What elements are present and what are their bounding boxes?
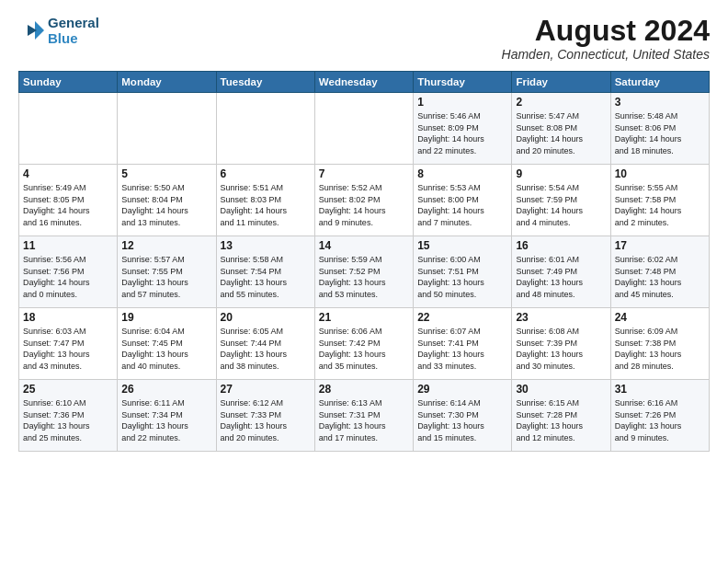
- day-number: 22: [417, 311, 507, 324]
- calendar-cell: 27Sunrise: 6:12 AMSunset: 7:33 PMDayligh…: [216, 380, 314, 452]
- cell-content: Sunrise: 6:15 AMSunset: 7:28 PMDaylight:…: [516, 397, 606, 443]
- day-number: 15: [417, 239, 507, 252]
- cell-content: Sunrise: 6:05 AMSunset: 7:44 PMDaylight:…: [221, 326, 311, 372]
- calendar-week-row: 4Sunrise: 5:49 AMSunset: 8:05 PMDaylight…: [19, 165, 710, 236]
- calendar-cell: 6Sunrise: 5:51 AMSunset: 8:03 PMDaylight…: [216, 165, 314, 236]
- cell-content: Sunrise: 6:13 AMSunset: 7:31 PMDaylight:…: [319, 397, 409, 443]
- day-number: 20: [221, 311, 311, 324]
- calendar-cell: 10Sunrise: 5:55 AMSunset: 7:58 PMDayligh…: [610, 165, 709, 236]
- day-number: 29: [417, 383, 507, 396]
- calendar-cell: 3Sunrise: 5:48 AMSunset: 8:06 PMDaylight…: [610, 93, 709, 165]
- cell-content: Sunrise: 6:08 AMSunset: 7:39 PMDaylight:…: [516, 326, 606, 372]
- calendar-cell: [19, 93, 118, 165]
- day-number: 21: [319, 311, 409, 324]
- location-subtitle: Hamden, Connecticut, United States: [502, 47, 710, 62]
- weekday-header-row: SundayMondayTuesdayWednesdayThursdayFrid…: [19, 72, 710, 93]
- day-number: 27: [221, 383, 311, 396]
- calendar-cell: 12Sunrise: 5:57 AMSunset: 7:55 PMDayligh…: [118, 236, 216, 308]
- calendar-cell: 18Sunrise: 6:03 AMSunset: 7:47 PMDayligh…: [19, 308, 118, 380]
- day-number: 1: [417, 96, 507, 109]
- day-number: 31: [615, 383, 705, 396]
- cell-content: Sunrise: 5:53 AMSunset: 8:00 PMDaylight:…: [417, 182, 507, 228]
- day-number: 3: [615, 96, 705, 109]
- logo-text: General Blue: [48, 15, 99, 47]
- calendar-cell: 14Sunrise: 5:59 AMSunset: 7:52 PMDayligh…: [314, 236, 413, 308]
- cell-content: Sunrise: 6:01 AMSunset: 7:49 PMDaylight:…: [516, 254, 606, 300]
- cell-content: Sunrise: 5:49 AMSunset: 8:05 PMDaylight:…: [23, 182, 113, 228]
- day-number: 17: [615, 239, 705, 252]
- weekday-header-wednesday: Wednesday: [314, 72, 413, 93]
- calendar-cell: 11Sunrise: 5:56 AMSunset: 7:56 PMDayligh…: [19, 236, 118, 308]
- day-number: 19: [121, 311, 211, 324]
- calendar-cell: 24Sunrise: 6:09 AMSunset: 7:38 PMDayligh…: [610, 308, 709, 380]
- weekday-header-thursday: Thursday: [414, 72, 512, 93]
- weekday-header-sunday: Sunday: [19, 72, 118, 93]
- header: General Blue August 2024 Hamden, Connect…: [18, 15, 710, 62]
- calendar-cell: 29Sunrise: 6:14 AMSunset: 7:30 PMDayligh…: [414, 380, 512, 452]
- calendar-week-row: 18Sunrise: 6:03 AMSunset: 7:47 PMDayligh…: [19, 308, 710, 380]
- calendar-cell: 15Sunrise: 6:00 AMSunset: 7:51 PMDayligh…: [414, 236, 512, 308]
- calendar-cell: [118, 93, 216, 165]
- day-number: 23: [516, 311, 606, 324]
- day-number: 14: [319, 239, 409, 252]
- weekday-header-saturday: Saturday: [610, 72, 709, 93]
- cell-content: Sunrise: 5:52 AMSunset: 8:02 PMDaylight:…: [319, 182, 409, 228]
- day-number: 2: [516, 96, 606, 109]
- calendar-cell: 23Sunrise: 6:08 AMSunset: 7:39 PMDayligh…: [512, 308, 610, 380]
- calendar-cell: 7Sunrise: 5:52 AMSunset: 8:02 PMDaylight…: [314, 165, 413, 236]
- cell-content: Sunrise: 5:56 AMSunset: 7:56 PMDaylight:…: [23, 254, 113, 300]
- day-number: 5: [121, 167, 211, 180]
- day-number: 10: [615, 167, 705, 180]
- calendar-cell: 17Sunrise: 6:02 AMSunset: 7:48 PMDayligh…: [610, 236, 709, 308]
- calendar-cell: 26Sunrise: 6:11 AMSunset: 7:34 PMDayligh…: [118, 380, 216, 452]
- cell-content: Sunrise: 5:55 AMSunset: 7:58 PMDaylight:…: [615, 182, 705, 228]
- calendar-cell: 31Sunrise: 6:16 AMSunset: 7:26 PMDayligh…: [610, 380, 709, 452]
- cell-content: Sunrise: 6:02 AMSunset: 7:48 PMDaylight:…: [615, 254, 705, 300]
- calendar-cell: 30Sunrise: 6:15 AMSunset: 7:28 PMDayligh…: [512, 380, 610, 452]
- cell-content: Sunrise: 6:04 AMSunset: 7:45 PMDaylight:…: [121, 326, 211, 372]
- day-number: 8: [417, 167, 507, 180]
- cell-content: Sunrise: 5:59 AMSunset: 7:52 PMDaylight:…: [319, 254, 409, 300]
- calendar-cell: 1Sunrise: 5:46 AMSunset: 8:09 PMDaylight…: [414, 93, 512, 165]
- month-year-title: August 2024: [502, 15, 710, 47]
- weekday-header-tuesday: Tuesday: [216, 72, 314, 93]
- cell-content: Sunrise: 6:10 AMSunset: 7:36 PMDaylight:…: [23, 397, 113, 443]
- cell-content: Sunrise: 6:06 AMSunset: 7:42 PMDaylight:…: [319, 326, 409, 372]
- calendar-cell: 16Sunrise: 6:01 AMSunset: 7:49 PMDayligh…: [512, 236, 610, 308]
- day-number: 30: [516, 383, 606, 396]
- day-number: 6: [221, 167, 311, 180]
- weekday-header-friday: Friday: [512, 72, 610, 93]
- cell-content: Sunrise: 5:46 AMSunset: 8:09 PMDaylight:…: [417, 110, 507, 156]
- day-number: 24: [615, 311, 705, 324]
- calendar-cell: 19Sunrise: 6:04 AMSunset: 7:45 PMDayligh…: [118, 308, 216, 380]
- cell-content: Sunrise: 6:12 AMSunset: 7:33 PMDaylight:…: [221, 397, 311, 443]
- cell-content: Sunrise: 6:14 AMSunset: 7:30 PMDaylight:…: [417, 397, 507, 443]
- cell-content: Sunrise: 5:51 AMSunset: 8:03 PMDaylight:…: [221, 182, 311, 228]
- day-number: 9: [516, 167, 606, 180]
- day-number: 7: [319, 167, 409, 180]
- cell-content: Sunrise: 6:00 AMSunset: 7:51 PMDaylight:…: [417, 254, 507, 300]
- calendar-cell: 4Sunrise: 5:49 AMSunset: 8:05 PMDaylight…: [19, 165, 118, 236]
- calendar-cell: 2Sunrise: 5:47 AMSunset: 8:08 PMDaylight…: [512, 93, 610, 165]
- calendar-cell: 25Sunrise: 6:10 AMSunset: 7:36 PMDayligh…: [19, 380, 118, 452]
- cell-content: Sunrise: 5:57 AMSunset: 7:55 PMDaylight:…: [121, 254, 211, 300]
- cell-content: Sunrise: 6:11 AMSunset: 7:34 PMDaylight:…: [121, 397, 211, 443]
- cell-content: Sunrise: 6:16 AMSunset: 7:26 PMDaylight:…: [615, 397, 705, 443]
- calendar-cell: 9Sunrise: 5:54 AMSunset: 7:59 PMDaylight…: [512, 165, 610, 236]
- cell-content: Sunrise: 5:58 AMSunset: 7:54 PMDaylight:…: [221, 254, 311, 300]
- calendar-cell: 13Sunrise: 5:58 AMSunset: 7:54 PMDayligh…: [216, 236, 314, 308]
- cell-content: Sunrise: 5:47 AMSunset: 8:08 PMDaylight:…: [516, 110, 606, 156]
- cell-content: Sunrise: 6:03 AMSunset: 7:47 PMDaylight:…: [23, 326, 113, 372]
- calendar-week-row: 1Sunrise: 5:46 AMSunset: 8:09 PMDaylight…: [19, 93, 710, 165]
- logo-icon: [18, 17, 44, 43]
- day-number: 4: [23, 167, 113, 180]
- cell-content: Sunrise: 5:54 AMSunset: 7:59 PMDaylight:…: [516, 182, 606, 228]
- calendar-cell: 21Sunrise: 6:06 AMSunset: 7:42 PMDayligh…: [314, 308, 413, 380]
- calendar-cell: [314, 93, 413, 165]
- calendar-cell: 5Sunrise: 5:50 AMSunset: 8:04 PMDaylight…: [118, 165, 216, 236]
- calendar-cell: 20Sunrise: 6:05 AMSunset: 7:44 PMDayligh…: [216, 308, 314, 380]
- cell-content: Sunrise: 6:09 AMSunset: 7:38 PMDaylight:…: [615, 326, 705, 372]
- calendar-week-row: 11Sunrise: 5:56 AMSunset: 7:56 PMDayligh…: [19, 236, 710, 308]
- day-number: 16: [516, 239, 606, 252]
- logo: General Blue: [18, 15, 99, 47]
